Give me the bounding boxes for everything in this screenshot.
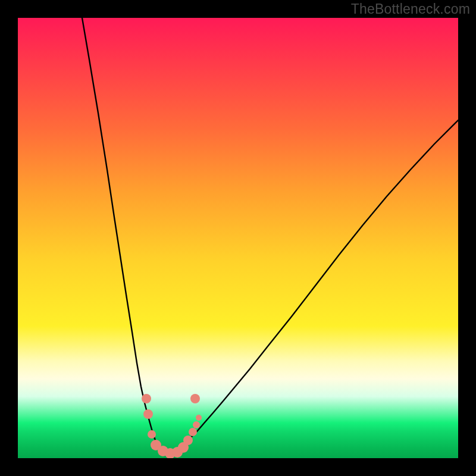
marker-point — [190, 394, 200, 403]
curve-right-curve — [180, 120, 458, 447]
chart-svg — [18, 18, 458, 458]
marker-point — [142, 394, 151, 403]
marker-point — [143, 409, 153, 419]
marker-point — [183, 436, 193, 445]
marker-point — [193, 421, 200, 428]
curve-left-curve — [82, 18, 158, 446]
marker-point — [196, 415, 202, 421]
marker-point — [148, 430, 156, 439]
watermark-text: TheBottleneck.com — [351, 1, 470, 17]
marker-point — [189, 428, 197, 436]
gradient-plot-area — [18, 18, 458, 458]
